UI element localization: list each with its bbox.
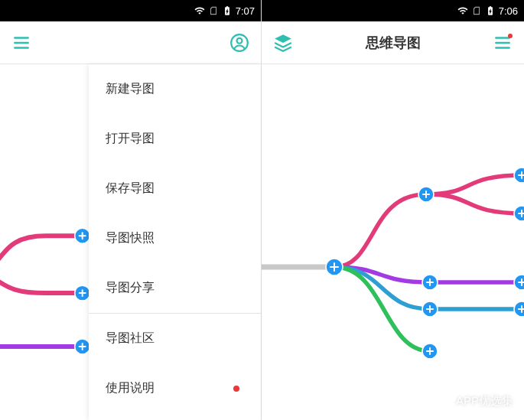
wifi-icon	[194, 5, 205, 16]
menu-share[interactable]: 导图分享	[89, 263, 261, 313]
right-phone: 7:06 思维导图	[262, 0, 524, 420]
wifi-icon	[457, 5, 468, 16]
watermark: APP优选集	[434, 392, 513, 409]
status-time: 7:07	[236, 5, 255, 17]
battery-icon	[485, 5, 496, 16]
layers-icon[interactable]	[272, 32, 294, 54]
profile-icon[interactable]	[229, 32, 250, 54]
menu-new[interactable]: 新建导图	[89, 64, 261, 114]
menu-snapshot[interactable]: 导图快照	[89, 213, 261, 263]
menu-help[interactable]: 使用说明	[89, 363, 261, 413]
mindmap-canvas-right[interactable]	[262, 64, 524, 420]
hamburger-icon[interactable]	[11, 32, 32, 54]
battery-icon	[222, 5, 233, 16]
page-title: 思维导图	[294, 34, 492, 52]
appbar: 思维导图	[262, 21, 524, 64]
menu-save[interactable]: 保存导图	[89, 164, 261, 213]
menu-community[interactable]: 导图社区	[89, 314, 261, 363]
sim-icon	[471, 5, 482, 16]
appbar	[0, 21, 261, 64]
hamburger-icon[interactable]	[492, 32, 513, 54]
sim-icon	[208, 5, 219, 16]
status-bar: 7:06	[262, 0, 524, 21]
svg-point-46	[442, 403, 443, 404]
svg-point-4	[237, 37, 242, 43]
left-phone: 7:07 新建导图 打开导图 保存导图 导图快照 导图分享 导图社区 使用说明	[0, 0, 262, 420]
notification-dot	[508, 34, 513, 38]
status-time: 7:06	[499, 5, 518, 17]
menu-open[interactable]: 打开导图	[89, 114, 261, 164]
menu-settings[interactable]: 应用设置	[89, 413, 261, 420]
notification-dot	[233, 386, 239, 392]
dropdown-menu: 新建导图 打开导图 保存导图 导图快照 导图分享 导图社区 使用说明 应用设置	[89, 64, 261, 420]
status-bar: 7:07	[0, 0, 261, 21]
